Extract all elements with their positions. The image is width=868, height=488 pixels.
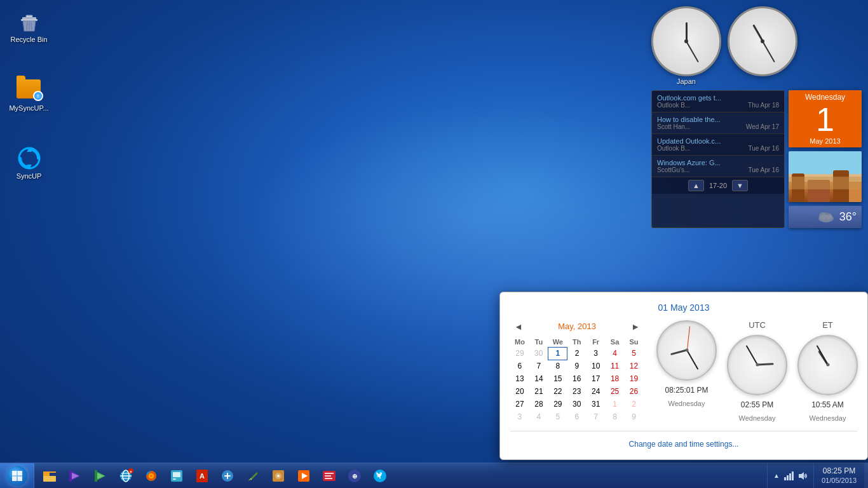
- cal-day-cell[interactable]: 23: [567, 385, 587, 398]
- cal-day-cell[interactable]: 3: [587, 347, 606, 360]
- cal-day-cell[interactable]: 29: [510, 347, 529, 360]
- taskbar-icon-app5[interactable]: ⊕: [342, 464, 367, 488]
- taskbar: e A: [0, 463, 868, 488]
- desktop-icon-syncup[interactable]: SyncUP: [5, 143, 53, 183]
- feed-widget[interactable]: Outlook.com gets t... Outlook B... Thu A…: [651, 90, 785, 228]
- cal-day-cell[interactable]: 5: [548, 410, 567, 423]
- tray-icon-sound[interactable]: [796, 464, 809, 488]
- cal-day-cell[interactable]: 18: [606, 372, 625, 385]
- cal-day-cell[interactable]: 6: [510, 360, 529, 372]
- cal-day-cell[interactable]: 16: [567, 372, 587, 385]
- cal-day-cell[interactable]: 3: [510, 410, 529, 423]
- svg-rect-16: [17, 476, 22, 481]
- cal-day-cell[interactable]: 4: [606, 347, 625, 360]
- cal-day-cell[interactable]: 25: [606, 385, 625, 398]
- taskbar-time: 08:25 PM: [823, 466, 855, 477]
- cal-day-cell[interactable]: 15: [548, 372, 567, 385]
- system-tray: ▲ 08:25: [767, 463, 868, 488]
- cal-day-cell[interactable]: 29: [548, 398, 567, 410]
- feed-nav-up[interactable]: ▲: [688, 180, 704, 191]
- japan-clock-container[interactable]: Japan: [651, 6, 721, 86]
- show-hidden-icons-btn[interactable]: ▲: [771, 464, 782, 488]
- cal-day-cell[interactable]: 24: [587, 385, 606, 398]
- cal-day-cell[interactable]: 9: [625, 410, 644, 423]
- cal-day-cell[interactable]: 31: [587, 398, 606, 410]
- popup-calendar: ◄ May, 2013 ► MoTuWeThFrSaSu 29301234567…: [510, 320, 644, 424]
- cal-day-cell[interactable]: 6: [567, 410, 587, 423]
- cal-day-cell[interactable]: 14: [529, 372, 548, 385]
- svg-rect-50: [325, 475, 331, 477]
- feed-meta-1: Scott Han... Wed Apr 17: [657, 123, 779, 130]
- cal-day-cell[interactable]: 8: [548, 360, 567, 372]
- desktop-icon-mysynup[interactable]: ↑ MySyncUP...: [5, 75, 53, 115]
- taskbar-icon-twitter[interactable]: t: [367, 464, 393, 488]
- cal-day-cell[interactable]: 13: [510, 372, 529, 385]
- cal-day-cell[interactable]: 20: [510, 385, 529, 398]
- taskbar-icon-acrobat[interactable]: A: [189, 464, 215, 488]
- popup-analog-clock-utc: [727, 335, 787, 395]
- taskbar-icon-ie[interactable]: e: [113, 464, 139, 488]
- svg-marker-60: [799, 472, 804, 480]
- feed-nav-down[interactable]: ▼: [732, 180, 748, 191]
- desktop-icon-recycle-bin[interactable]: Recycle Bin: [5, 6, 53, 46]
- cal-day-cell[interactable]: 2: [625, 398, 644, 410]
- cal-day-cell[interactable]: 22: [548, 385, 567, 398]
- calendar-widget[interactable]: Wednesday 1 May 2013: [789, 90, 862, 147]
- cal-day-cell[interactable]: 7: [529, 360, 548, 372]
- cal-day-cell[interactable]: 11: [606, 360, 625, 372]
- desktop: Recycle Bin ↑ MySyncUP... SyncUP: [0, 0, 868, 488]
- cal-day-cell[interactable]: 5: [625, 347, 644, 360]
- cal-day-cell[interactable]: 2: [567, 347, 587, 360]
- taskbar-icon-app4[interactable]: [316, 464, 342, 488]
- photo-widget[interactable]: [789, 151, 862, 202]
- svg-rect-57: [787, 475, 789, 480]
- cal-day-cell[interactable]: 8: [606, 410, 625, 423]
- cal-day-cell[interactable]: 9: [567, 360, 587, 372]
- cal-day-cell[interactable]: 19: [625, 372, 644, 385]
- taskbar-icon-app1[interactable]: [164, 464, 189, 488]
- cal-day-cell[interactable]: 10: [587, 360, 606, 372]
- feed-meta-2: Outlook B... Tue Apr 16: [657, 145, 779, 152]
- popup-analog-clock-local: [656, 320, 717, 381]
- mini-cal-header: ◄ May, 2013 ►: [510, 320, 644, 333]
- feed-item-3[interactable]: Windows Azure: G... ScottGu's... Tue Apr…: [652, 156, 784, 177]
- mini-cal-title[interactable]: May, 2013: [558, 322, 596, 331]
- taskbar-icon-app3[interactable]: [266, 464, 291, 488]
- cal-day-cell[interactable]: 21: [529, 385, 548, 398]
- cal-day-cell[interactable]: 4: [529, 410, 548, 423]
- cal-day-cell[interactable]: 30: [529, 347, 548, 360]
- cal-day-cell[interactable]: 17: [587, 372, 606, 385]
- taskbar-icon-explorer[interactable]: [37, 464, 62, 488]
- mini-cal-prev[interactable]: ◄: [510, 320, 527, 333]
- feed-item-0[interactable]: Outlook.com gets t... Outlook B... Thu A…: [652, 91, 784, 112]
- cal-day-cell[interactable]: 26: [625, 385, 644, 398]
- taskbar-icon-vs-light[interactable]: [88, 464, 113, 488]
- cal-day-cell[interactable]: 30: [567, 398, 587, 410]
- cal-day-cell[interactable]: 1: [606, 398, 625, 410]
- start-button[interactable]: [0, 463, 34, 489]
- taskbar-icon-app2[interactable]: [215, 464, 240, 488]
- taskbar-icon-vs-dark[interactable]: [62, 464, 88, 488]
- cal-day-cell[interactable]: 27: [510, 398, 529, 410]
- taskbar-icon-media[interactable]: [291, 464, 316, 488]
- cal-day-cell[interactable]: 7: [587, 410, 606, 423]
- feed-nav: ▲ 17-20 ▼: [652, 177, 784, 194]
- feed-item-1[interactable]: How to disable the... Scott Han... Wed A…: [652, 112, 784, 134]
- change-datetime-link[interactable]: Change date and time settings...: [629, 440, 739, 449]
- cal-day-cell[interactable]: 28: [529, 398, 548, 410]
- right-clock-container[interactable]: [728, 6, 797, 86]
- cal-day-cell[interactable]: 1: [548, 347, 567, 360]
- mini-cal-next[interactable]: ►: [627, 320, 644, 333]
- clock-area[interactable]: 08:25 PM 01/05/2013: [813, 463, 864, 488]
- taskbar-icon-pen[interactable]: [240, 464, 266, 488]
- mysynup-icon: ↑: [17, 78, 42, 103]
- feed-title-0: Outlook.com gets t...: [657, 94, 779, 102]
- show-desktop-btn[interactable]: [864, 463, 868, 488]
- weather-widget[interactable]: 36°: [789, 206, 862, 228]
- taskbar-icon-firefox[interactable]: [139, 464, 164, 488]
- feed-item-2[interactable]: Updated Outlook.c... Outlook B... Tue Ap…: [652, 134, 784, 156]
- svg-rect-58: [789, 473, 791, 480]
- svg-point-35: [150, 475, 153, 477]
- cal-day-cell[interactable]: 12: [625, 360, 644, 372]
- tray-icon-network[interactable]: [782, 464, 795, 488]
